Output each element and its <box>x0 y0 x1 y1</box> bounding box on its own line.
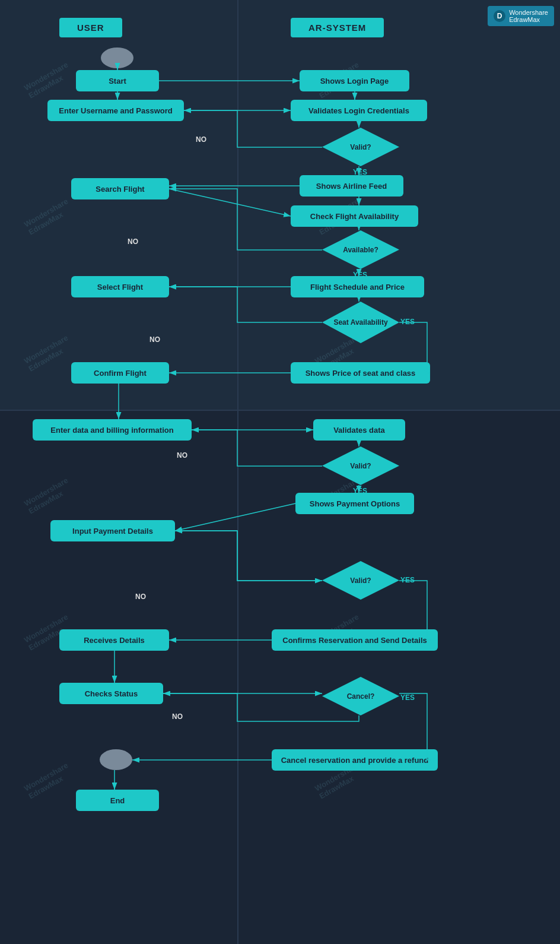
flight-schedule-box: Flight Schedule and Price <box>291 276 424 297</box>
input-payment-box: Input Payment Details <box>50 520 175 541</box>
no3-label: NO <box>149 335 160 344</box>
end-oval <box>100 749 132 770</box>
shows-payment-box: Shows Payment Options <box>295 493 414 514</box>
confirm-flight-box: Confirm Flight <box>71 362 169 384</box>
ws-icon: D <box>494 10 505 22</box>
ws-text: Wondershare EdrawMax <box>509 9 548 23</box>
yes3-label: YES <box>400 318 415 326</box>
no6-label: NO <box>172 712 183 721</box>
shows-airline-box: Shows Airline Feed <box>300 175 403 197</box>
receives-details-box: Receives Details <box>59 629 169 651</box>
section-top <box>0 0 560 410</box>
no2-label: NO <box>128 237 138 246</box>
yes6-label: YES <box>400 693 415 702</box>
vertical-divider <box>237 0 238 944</box>
enter-billing-box: Enter data and billing information <box>33 419 192 441</box>
cancel-reservation-box: Cancel reservation and provide a refund <box>272 749 438 771</box>
shows-price-box: Shows Price of seat and class <box>291 362 430 384</box>
start-box: Start <box>76 70 159 91</box>
validates-login-box: Validates Login Credentials <box>291 100 427 121</box>
select-flight-box: Select Flight <box>71 276 169 297</box>
check-avail-box: Check Flight Availability <box>291 205 418 227</box>
search-flight-box: Search Flight <box>71 178 169 199</box>
no1-label: NO <box>196 135 206 144</box>
confirms-reservation-box: Confirms Reservation and Send Details <box>272 629 438 651</box>
flowchart-diagram: WondershareEdrawMax WondershareEdrawMax … <box>0 0 560 944</box>
validates-data-box: Validates data <box>313 419 405 441</box>
no5-label: NO <box>135 593 146 601</box>
shows-login-box: Shows Login Page <box>300 70 409 91</box>
wondershare-badge: D Wondershare EdrawMax <box>488 6 554 26</box>
col-header-user: USER <box>59 18 122 37</box>
h-divider <box>0 410 560 411</box>
no4-label: NO <box>177 451 187 460</box>
end-box: End <box>76 790 159 811</box>
checks-status-box: Checks Status <box>59 683 163 704</box>
col-header-system: AR-SYSTEM <box>291 18 384 37</box>
enter-credentials-box: Enter Username and Password <box>47 100 184 121</box>
yes5-label: YES <box>400 576 415 584</box>
actor-oval <box>101 47 133 68</box>
section-bottom <box>0 410 560 944</box>
